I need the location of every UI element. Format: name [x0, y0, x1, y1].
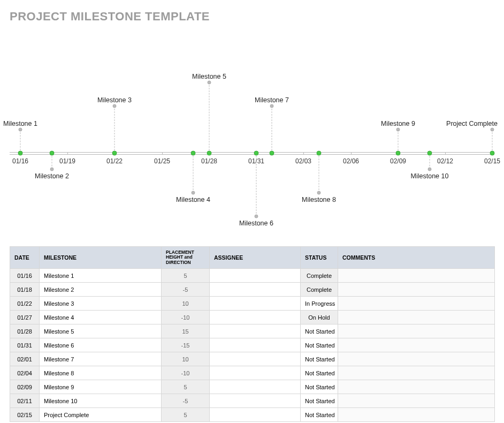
cell-status[interactable]: Not Started [301, 324, 338, 338]
cell-status[interactable]: On Hold [301, 311, 338, 324]
cell-comments[interactable] [338, 297, 495, 311]
cell-status[interactable]: Not Started [301, 366, 338, 380]
milestone-stem [193, 153, 194, 193]
milestone-label: Milestone 9 [381, 120, 415, 127]
axis-tick-label: 01/19 [59, 157, 75, 165]
cell-assignee[interactable] [210, 283, 301, 297]
cell-comments[interactable] [338, 408, 495, 422]
milestone-end-dot-icon [396, 128, 400, 132]
axis-tick-label: 02/09 [390, 157, 406, 165]
cell-milestone[interactable]: Milestone 4 [40, 311, 162, 324]
cell-date[interactable]: 02/15 [10, 408, 40, 422]
cell-milestone[interactable]: Milestone 6 [40, 338, 162, 352]
milestone-label: Milestone 5 [192, 73, 226, 80]
milestone-stem [430, 153, 430, 169]
milestone-end-dot-icon [19, 128, 22, 132]
axis-tick-label: 01/25 [154, 157, 170, 165]
cell-status[interactable]: Not Started [301, 408, 338, 422]
axis-tick-label: 01/16 [12, 157, 28, 165]
milestone-end-dot-icon [428, 168, 432, 171]
cell-comments[interactable] [338, 269, 495, 283]
milestone-label: Milestone 1 [3, 120, 37, 127]
cell-date[interactable]: 01/16 [10, 269, 40, 283]
cell-placement[interactable]: 10 [162, 352, 210, 366]
milestone-dot-icon [396, 151, 401, 156]
cell-placement[interactable]: -10 [162, 311, 210, 324]
milestone-stem [20, 130, 21, 153]
page-title: PROJECT MILESTONE TEMPLATE [10, 10, 494, 24]
cell-placement[interactable]: 5 [162, 380, 210, 394]
cell-milestone[interactable]: Milestone 2 [40, 283, 162, 297]
milestone-label: Milestone 8 [302, 196, 336, 203]
cell-status[interactable]: Not Started [301, 380, 338, 394]
cell-status[interactable]: In Progress [301, 297, 338, 311]
cell-assignee[interactable] [210, 269, 301, 283]
milestone-dot-icon [427, 151, 432, 156]
milestone-dot-icon [254, 151, 259, 156]
cell-placement[interactable]: 10 [162, 297, 210, 311]
milestone-label: Milestone 2 [35, 172, 69, 180]
cell-assignee[interactable] [210, 394, 301, 408]
cell-assignee[interactable] [210, 338, 301, 352]
cell-placement[interactable]: 5 [162, 408, 210, 422]
milestone-dot-icon [270, 151, 274, 156]
cell-date[interactable]: 01/22 [10, 297, 40, 311]
cell-date[interactable]: 02/04 [10, 366, 40, 380]
cell-placement[interactable]: -5 [162, 394, 210, 408]
cell-status[interactable]: Complete [301, 269, 338, 283]
milestone-label: Milestone 3 [97, 96, 132, 104]
col-header-comments: COMMENTS [338, 247, 495, 269]
cell-date[interactable]: 02/09 [10, 380, 40, 394]
cell-milestone[interactable]: Milestone 10 [40, 394, 162, 408]
milestone-stem [272, 106, 272, 153]
cell-milestone[interactable]: Milestone 5 [40, 324, 162, 338]
cell-milestone[interactable]: Milestone 3 [40, 297, 162, 311]
axis-tick-label: 01/28 [201, 157, 217, 165]
cell-comments[interactable] [338, 324, 495, 338]
cell-milestone[interactable]: Milestone 8 [40, 366, 162, 380]
cell-milestone[interactable]: Milestone 1 [40, 269, 162, 283]
cell-comments[interactable] [338, 352, 495, 366]
cell-placement[interactable]: -10 [162, 366, 210, 380]
cell-comments[interactable] [338, 380, 495, 394]
cell-status[interactable]: Not Started [301, 352, 338, 366]
col-header-date: DATE [10, 247, 40, 269]
cell-date[interactable]: 01/18 [10, 283, 40, 297]
cell-date[interactable]: 02/11 [10, 394, 40, 408]
cell-comments[interactable] [338, 338, 495, 352]
cell-placement[interactable]: -5 [162, 283, 210, 297]
col-header-assignee: ASSIGNEE [210, 247, 301, 269]
axis-tick [303, 152, 304, 155]
cell-milestone[interactable]: Milestone 9 [40, 380, 162, 394]
axis-tick-label: 01/22 [106, 157, 123, 165]
milestone-dot-icon [490, 151, 495, 156]
axis-tick-label: 02/03 [295, 157, 311, 165]
milestone-end-dot-icon [192, 191, 195, 195]
cell-status[interactable]: Not Started [301, 338, 338, 352]
cell-status[interactable]: Not Started [301, 394, 338, 408]
cell-comments[interactable] [338, 311, 495, 324]
cell-assignee[interactable] [210, 297, 301, 311]
cell-assignee[interactable] [210, 366, 301, 380]
cell-placement[interactable]: 15 [162, 324, 210, 338]
cell-assignee[interactable] [210, 324, 301, 338]
cell-assignee[interactable] [210, 311, 301, 324]
table-row: 01/18Milestone 2-5Complete [10, 283, 495, 297]
cell-date[interactable]: 02/01 [10, 352, 40, 366]
cell-date[interactable]: 01/31 [10, 338, 40, 352]
cell-comments[interactable] [338, 366, 495, 380]
cell-status[interactable]: Complete [301, 283, 338, 297]
cell-date[interactable]: 01/28 [10, 324, 40, 338]
cell-placement[interactable]: -15 [162, 338, 210, 352]
cell-comments[interactable] [338, 394, 495, 408]
cell-milestone[interactable]: Milestone 7 [40, 352, 162, 366]
axis-tick-label: 02/15 [484, 157, 500, 165]
cell-comments[interactable] [338, 283, 495, 297]
cell-milestone[interactable]: Project Complete [40, 408, 162, 422]
cell-date[interactable]: 01/27 [10, 311, 40, 324]
cell-assignee[interactable] [210, 352, 301, 366]
cell-assignee[interactable] [210, 408, 301, 422]
cell-assignee[interactable] [210, 380, 301, 394]
cell-placement[interactable]: 5 [162, 269, 210, 283]
milestone-label: Milestone 6 [239, 220, 273, 227]
